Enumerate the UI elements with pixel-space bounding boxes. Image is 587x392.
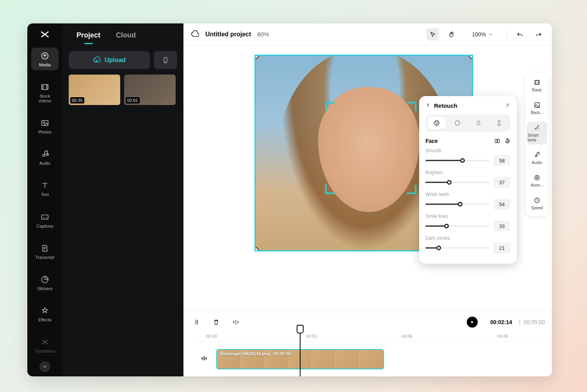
retouch-slider-row: Brighten 37 bbox=[425, 170, 511, 188]
sidebar-item-transitions[interactable]: Transitions bbox=[31, 334, 59, 356]
sidebar-item-label: Stock videos bbox=[33, 94, 57, 103]
slider-value: 54 bbox=[493, 199, 511, 210]
retouch-panel: Retouch bbox=[419, 96, 517, 264]
retouch-close-button[interactable] bbox=[505, 102, 511, 110]
sidebar-item-label: Effects bbox=[38, 317, 51, 322]
sidebar-item-photos[interactable]: Photos bbox=[31, 115, 59, 137]
sidebar-item-label: Transitions bbox=[34, 349, 55, 353]
svg-point-8 bbox=[436, 122, 436, 123]
retouch-slider-row: Smile lines 33 bbox=[425, 214, 511, 232]
timeline-track-area[interactable]: Rectangle 34626144.png 00:05:00 bbox=[190, 342, 545, 376]
slider-label: White teeth bbox=[425, 192, 511, 197]
hand-tool-button[interactable] bbox=[445, 28, 458, 41]
rail-speed[interactable]: Speed bbox=[527, 194, 547, 212]
current-time: 00:02:14 bbox=[490, 319, 512, 325]
slider-track[interactable] bbox=[425, 178, 489, 187]
sidebar-item-audio[interactable]: Audio bbox=[31, 146, 59, 169]
retouch-slider-row: Dark circles 21 bbox=[425, 235, 511, 253]
retouch-tabs bbox=[425, 114, 511, 132]
face-detect-bracket bbox=[407, 102, 416, 111]
tab-project[interactable]: Project bbox=[76, 31, 100, 39]
duration: 00:05:00 bbox=[524, 319, 545, 325]
redo-button[interactable] bbox=[532, 28, 545, 41]
svg-rect-12 bbox=[498, 139, 500, 143]
sidebar-item-transcript[interactable]: Transcript bbox=[31, 240, 59, 263]
sidebar-expand-button[interactable] bbox=[39, 361, 50, 372]
tab-cloud[interactable]: Cloud bbox=[116, 31, 136, 39]
sidebar-item-label: Photos bbox=[38, 130, 52, 134]
retouch-tab-reshape[interactable] bbox=[449, 117, 467, 129]
retouch-tab-makeup[interactable] bbox=[470, 117, 487, 129]
media-thumbnails: 00:35 02:01 bbox=[69, 75, 177, 105]
face-detect-bracket bbox=[325, 185, 334, 194]
properties-rail: Basic Back... Smart tools Audio Anim... … bbox=[525, 73, 549, 216]
mute-track-button[interactable] bbox=[201, 355, 210, 363]
rail-audio[interactable]: Audio bbox=[527, 149, 547, 167]
timeline-ruler[interactable]: 00:00 00:03 00:06 00:09 bbox=[190, 328, 545, 342]
upload-row: Upload bbox=[69, 51, 177, 69]
slider-track[interactable] bbox=[425, 244, 489, 252]
media-thumb[interactable]: 02:01 bbox=[124, 75, 176, 105]
cloud-sync-icon[interactable] bbox=[190, 30, 199, 39]
slider-track[interactable] bbox=[425, 222, 489, 230]
mirror-button[interactable] bbox=[229, 316, 242, 328]
media-thumb[interactable]: 00:35 bbox=[69, 75, 120, 105]
slider-label: Smooth bbox=[425, 148, 511, 153]
timeline-controls: 00:02:14 | 00:05:00 bbox=[190, 316, 545, 328]
panel-tabs: Project Cloud bbox=[69, 23, 177, 44]
ruler-tick: 00:09 bbox=[498, 334, 509, 339]
compare-icon[interactable] bbox=[494, 138, 500, 144]
slider-label: Smile lines bbox=[425, 214, 511, 219]
undo-button[interactable] bbox=[514, 28, 526, 41]
sidebar-nav: Media Stock videos Photos Audio Text Cap… bbox=[27, 23, 62, 376]
slider-value: 58 bbox=[493, 155, 511, 166]
svg-point-7 bbox=[434, 121, 439, 125]
rail-smart-tools[interactable]: Smart tools bbox=[527, 122, 547, 144]
pointer-tool-button[interactable] bbox=[427, 28, 439, 41]
slider-value: 21 bbox=[493, 242, 511, 253]
svg-rect-14 bbox=[535, 103, 539, 107]
project-title[interactable]: Untitled project bbox=[205, 31, 251, 38]
slider-value: 33 bbox=[493, 221, 511, 232]
svg-point-6 bbox=[165, 62, 165, 62]
rail-animation[interactable]: Anim... bbox=[527, 172, 547, 190]
upload-button[interactable]: Upload bbox=[69, 51, 150, 69]
svg-point-15 bbox=[535, 175, 539, 180]
sidebar-item-label: Transcript bbox=[36, 255, 55, 260]
retouch-tab-face[interactable] bbox=[428, 117, 446, 129]
retouch-tab-body[interactable] bbox=[491, 117, 509, 129]
canvas-area[interactable]: Retouch bbox=[183, 45, 552, 312]
rail-background[interactable]: Back... bbox=[527, 99, 547, 117]
slider-value: 37 bbox=[493, 177, 511, 188]
svg-rect-3 bbox=[42, 215, 48, 219]
slider-label: Dark circles bbox=[425, 235, 511, 241]
slider-track[interactable] bbox=[425, 200, 489, 208]
sidebar-item-label: Stickers bbox=[37, 286, 52, 291]
sidebar-item-media[interactable]: Media bbox=[31, 48, 59, 70]
upload-mobile-button[interactable] bbox=[154, 51, 177, 69]
sidebar-item-label: Text bbox=[41, 192, 49, 197]
sidebar-item-text[interactable]: Text bbox=[31, 177, 59, 200]
playhead[interactable] bbox=[300, 329, 301, 376]
rail-basic[interactable]: Basic bbox=[527, 77, 547, 94]
thumb-duration: 02:01 bbox=[126, 97, 140, 103]
sidebar-item-stock-videos[interactable]: Stock videos bbox=[31, 79, 59, 106]
scale-percent: 80% bbox=[257, 31, 269, 37]
resize-handle[interactable] bbox=[254, 55, 259, 59]
reset-icon[interactable] bbox=[504, 138, 511, 144]
top-toolbar: Untitled project 80% 100% bbox=[183, 23, 552, 45]
sidebar-item-effects[interactable]: Effects bbox=[31, 303, 59, 325]
svg-point-9 bbox=[437, 122, 438, 123]
resize-handle[interactable] bbox=[254, 247, 259, 251]
slider-track[interactable] bbox=[425, 156, 489, 165]
zoom-control[interactable]: 100% bbox=[472, 31, 493, 37]
resize-handle[interactable] bbox=[469, 55, 473, 59]
media-panel: Project Cloud Upload 00:35 02:01 bbox=[62, 23, 183, 376]
sidebar-item-captions[interactable]: Captions bbox=[31, 209, 59, 232]
sidebar-item-stickers[interactable]: Stickers bbox=[31, 271, 59, 294]
retouch-back-button[interactable] bbox=[425, 102, 431, 110]
delete-button[interactable] bbox=[210, 316, 222, 328]
play-button[interactable] bbox=[467, 317, 478, 328]
split-button[interactable] bbox=[190, 316, 203, 328]
slider-label: Brighten bbox=[425, 170, 511, 175]
